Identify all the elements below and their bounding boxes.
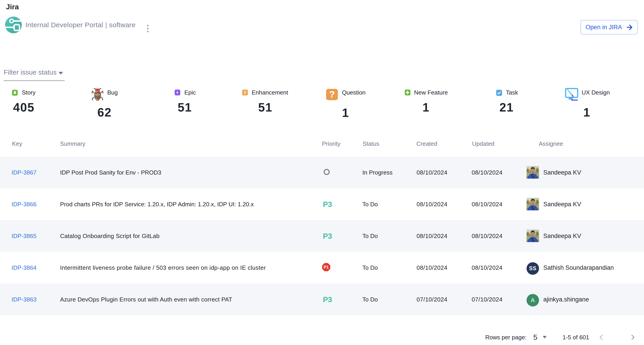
svg-text:P1: P1: [324, 265, 328, 270]
svg-text:?: ?: [329, 89, 335, 99]
svg-text:</>: </>: [95, 93, 100, 97]
